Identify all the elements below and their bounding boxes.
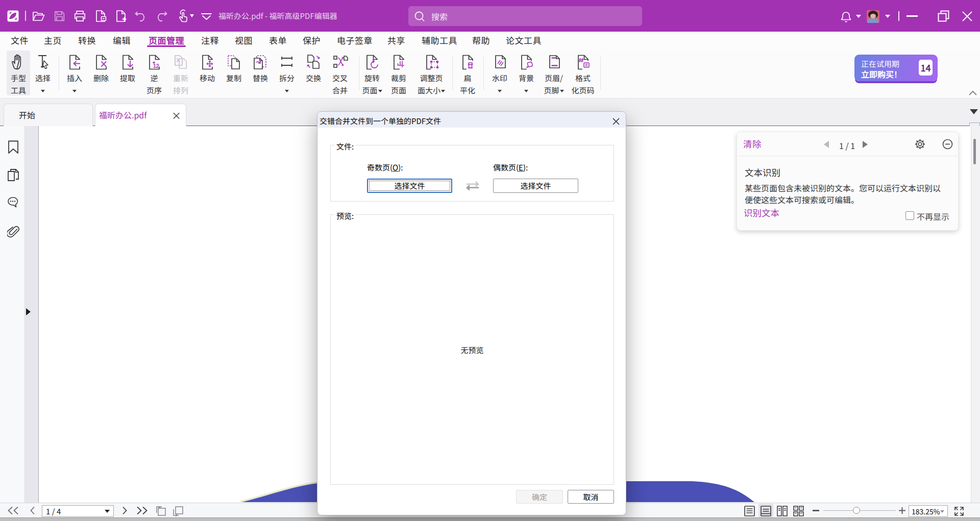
svg-text:12: 12 xyxy=(153,63,159,69)
